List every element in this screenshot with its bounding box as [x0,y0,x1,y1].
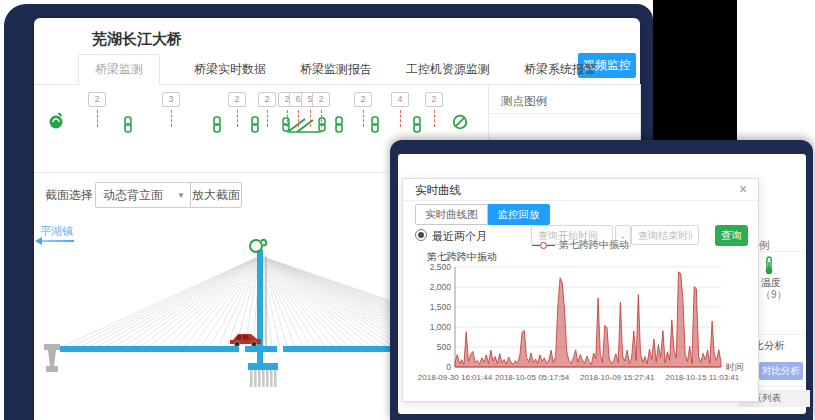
legend-panel-title: 测点图例 [501,94,547,109]
svg-text:2018-10-15 11:03:41: 2018-10-15 11:03:41 [666,373,740,382]
enlarge-section-button[interactable]: 放大截面 [190,182,242,208]
backdrop-black-block [653,0,737,142]
playback-chart: 05001,0001,5002,0002,5002018-09-30 16:01… [411,263,755,395]
dashed-tick-icon [321,110,322,127]
chevron-down-icon: ▼ [177,191,185,200]
radio-dot [418,232,424,238]
sensor-count-badge: 3 [162,92,180,107]
realtime-curve-modal: 实时曲线 × 实时曲线图监控回放 最近两个月 - 查询 第七跨跨中振动 第七跨跨… [402,178,759,402]
sensor-count-marker[interactable]: 3 [162,92,180,127]
sensor-count-badge: 2 [425,92,443,107]
dashed-tick-icon [267,110,268,127]
chain-sensor-icon[interactable] [412,116,422,133]
sensor-count-badge: 2 [228,92,246,107]
svg-text:2,000: 2,000 [430,282,452,292]
svg-text:500: 500 [437,342,451,352]
sensor-count-badge: 2 [354,92,372,107]
modal-header: 实时曲线 × [403,179,758,201]
strip-separator [753,386,806,387]
svg-text:0: 0 [446,362,451,372]
page-title: 芜湖长江大桥 [92,30,182,49]
tab-4[interactable]: 桥梁系统报警 [524,55,596,84]
screenshot-stage: 芜湖长江大桥 视频监控 桥梁监测桥梁实时数据桥梁监测报告工控机资源监测桥梁系统报… [0,0,815,420]
svg-text:1,500: 1,500 [430,302,452,312]
sensor-count-badge: 2 [88,92,106,107]
svg-text:2018-09-30 16:01:44: 2018-09-30 16:01:44 [418,373,493,382]
chart-legend[interactable]: 第七跨跨中振动 [403,240,758,250]
legend-marker-icon [532,242,555,249]
chart-y-axis-title: 第七跨跨中振动 [427,250,497,264]
svg-text:2,500: 2,500 [430,263,452,272]
dashed-tick-icon [298,110,299,127]
thermometer-icon[interactable] [763,256,775,275]
svg-text:1,000: 1,000 [430,322,452,332]
modal-tab-1[interactable]: 监控回放 [488,204,550,225]
car [230,334,261,347]
svg-text:时间: 时间 [726,362,744,372]
ban-icon[interactable] [452,114,468,130]
modal-tabs: 实时曲线图监控回放 [415,204,550,223]
sensor-count-marker[interactable]: 2 [425,92,443,127]
tab-2[interactable]: 桥梁监测报告 [300,55,372,84]
dashed-tick-icon [400,110,401,127]
section-select-dropdown[interactable]: 动态背立面 ▼ [95,182,193,208]
strip-separator [753,334,806,335]
strip-separator [753,251,806,252]
dashed-tick-icon [310,110,311,127]
sensor-count-marker[interactable]: 2 [312,92,330,127]
svg-text:2018-10-09 15:27:41: 2018-10-09 15:27:41 [580,373,655,382]
dashed-tick-icon [237,110,238,127]
compare-analysis-button[interactable]: 对比分析 [759,362,803,380]
sensor-count-badge: 4 [391,92,409,107]
chain-sensor-icon[interactable] [212,116,222,133]
dashed-tick-icon [171,110,172,127]
gauge-icon[interactable] [48,112,65,130]
close-icon[interactable]: × [739,181,747,197]
main-tabs: 桥梁监测桥梁实时数据桥梁监测报告工控机资源监测桥梁系统报警 [34,57,640,85]
right-panel-strip: 例 温度 （9） 对比分析 对比分析 测点列表 [753,154,806,414]
sensor-count-badge: 2 [312,92,330,107]
sensor-count-marker[interactable]: 2 [88,92,106,127]
dashed-tick-icon [287,110,288,127]
dashed-tick-icon [97,110,98,127]
sensor-count-marker[interactable]: 4 [391,92,409,127]
tab-3[interactable]: 工控机资源监测 [406,55,490,84]
bridge-abutment [44,344,60,372]
sensor-count-marker[interactable]: 2 [258,92,276,127]
tab-1[interactable]: 桥梁实时数据 [194,55,266,84]
legend-panel-separator [489,113,640,114]
chain-sensor-icon[interactable] [370,116,380,133]
dashed-tick-icon [434,110,435,127]
sensor-count-badge: 2 [258,92,276,107]
sensor-count-marker[interactable]: 2 [228,92,246,127]
chain-sensor-icon[interactable] [334,116,344,133]
svg-text:2018-10-05 05:17:54: 2018-10-05 05:17:54 [495,373,570,382]
dashed-tick-icon [363,110,364,127]
section-select-value: 动态背立面 [103,187,163,204]
tab-0[interactable]: 桥梁监测 [78,54,160,85]
legend-series-name: 第七跨跨中振动 [559,238,629,252]
chain-sensor-icon[interactable] [123,116,133,133]
bridge-pier [248,363,278,387]
modal-title: 实时曲线 [415,183,461,198]
temperature-count: （9） [761,288,787,302]
modal-tab-0[interactable]: 实时曲线图 [415,204,488,225]
